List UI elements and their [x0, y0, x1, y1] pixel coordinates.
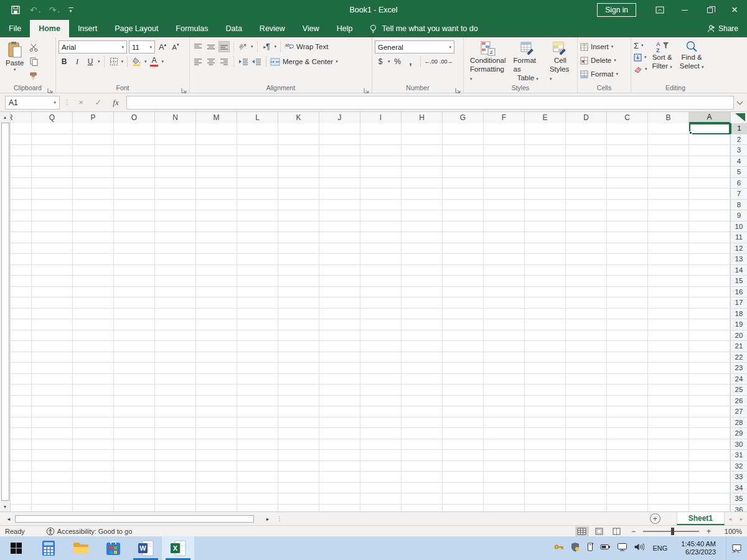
cell-P8[interactable] [73, 200, 114, 211]
cell-J31[interactable] [319, 450, 360, 461]
cell-F8[interactable] [484, 200, 525, 211]
cell-D12[interactable] [566, 243, 607, 254]
cell-C30[interactable] [607, 439, 648, 450]
cell-J35[interactable] [319, 493, 360, 505]
cell-E11[interactable] [525, 232, 566, 243]
cell-E19[interactable] [525, 319, 566, 330]
cell-K16[interactable] [278, 287, 319, 298]
cell-F24[interactable] [484, 374, 525, 385]
cell-I12[interactable] [360, 243, 402, 254]
cell-K13[interactable] [278, 254, 319, 265]
cell-D4[interactable] [566, 156, 607, 167]
cell-C1[interactable] [607, 123, 648, 134]
cell-D21[interactable] [566, 341, 607, 352]
cell-A34[interactable] [689, 483, 730, 494]
cell-D20[interactable] [566, 330, 607, 342]
cell-K18[interactable] [278, 309, 319, 320]
cell-G24[interactable] [443, 374, 484, 385]
cell-K35[interactable] [278, 493, 319, 505]
cell-J29[interactable] [319, 428, 360, 439]
cell-N3[interactable] [155, 145, 196, 156]
font-dialog-launcher[interactable] [181, 85, 187, 91]
cell-O32[interactable] [114, 461, 155, 472]
row-header-27[interactable]: 27 [730, 406, 747, 418]
cell-B35[interactable] [648, 493, 689, 505]
cell-G2[interactable] [443, 134, 484, 146]
cell-O31[interactable] [114, 450, 155, 461]
cell-L20[interactable] [237, 330, 278, 342]
tab-home[interactable]: Home [30, 20, 69, 37]
cell-C14[interactable] [607, 265, 648, 276]
cell-N20[interactable] [155, 330, 196, 342]
column-header-D[interactable]: D [566, 112, 607, 123]
cell-G12[interactable] [443, 243, 484, 254]
find-select-button[interactable]: Find & Select ▾ [677, 40, 707, 83]
taskbar-calculator-button[interactable] [32, 536, 65, 560]
taskbar-excel-button[interactable]: X [162, 536, 194, 560]
tab-file[interactable]: File [0, 20, 30, 37]
cell-R36[interactable] [11, 505, 32, 512]
cell-A23[interactable] [689, 363, 730, 374]
cell-C29[interactable] [607, 428, 648, 439]
cell-C10[interactable] [607, 222, 648, 233]
cell-J26[interactable] [319, 396, 360, 407]
cell-O22[interactable] [114, 352, 155, 363]
cell-L22[interactable] [237, 352, 278, 363]
cell-P9[interactable] [73, 210, 114, 222]
cell-I22[interactable] [360, 352, 402, 363]
cell-A16[interactable] [689, 287, 730, 298]
font-size-combo[interactable]: 11▾ [129, 40, 155, 54]
cell-A32[interactable] [689, 461, 730, 472]
cell-R3[interactable] [11, 145, 32, 156]
cell-N27[interactable] [155, 406, 196, 418]
cell-E27[interactable] [525, 406, 566, 418]
cell-D26[interactable] [566, 396, 607, 407]
row-header-3[interactable]: 3 [730, 145, 747, 156]
cell-D31[interactable] [566, 450, 607, 461]
cell-L16[interactable] [237, 287, 278, 298]
cell-E1[interactable] [525, 123, 566, 134]
cell-P7[interactable] [73, 189, 114, 200]
merge-center-button[interactable]: Merge & Center ▾ [270, 55, 338, 68]
row-header-36[interactable]: 36 [730, 505, 747, 512]
fill-color-dropdown-icon[interactable]: ▾ [144, 59, 147, 64]
tell-me-box[interactable]: Tell me what you want to do [370, 20, 477, 37]
cell-I13[interactable] [360, 254, 402, 265]
formula-input[interactable] [126, 96, 734, 110]
cell-A25[interactable] [689, 385, 730, 396]
cell-N35[interactable] [155, 493, 196, 505]
cell-F4[interactable] [484, 156, 525, 167]
cell-P20[interactable] [73, 330, 114, 342]
cell-D23[interactable] [566, 363, 607, 374]
cell-E18[interactable] [525, 309, 566, 320]
cell-N13[interactable] [155, 254, 196, 265]
cell-F2[interactable] [484, 134, 525, 146]
cell-E25[interactable] [525, 385, 566, 396]
cell-A13[interactable] [689, 254, 730, 265]
sheet-tab-sheet1[interactable]: Sheet1 [677, 512, 725, 525]
battery-icon[interactable] [600, 542, 611, 554]
cell-C34[interactable] [607, 483, 648, 494]
cell-O26[interactable] [114, 396, 155, 407]
cell-E13[interactable] [525, 254, 566, 265]
cell-M7[interactable] [196, 189, 237, 200]
row-header-19[interactable]: 19 [730, 319, 747, 330]
cell-E9[interactable] [525, 210, 566, 222]
cell-O14[interactable] [114, 265, 155, 276]
cell-A2[interactable] [689, 134, 730, 146]
cell-K34[interactable] [278, 483, 319, 494]
cell-D28[interactable] [566, 418, 607, 429]
cell-H8[interactable] [402, 200, 443, 211]
cell-J19[interactable] [319, 319, 360, 330]
cell-B24[interactable] [648, 374, 689, 385]
page-layout-view-button[interactable] [593, 526, 606, 536]
cell-N5[interactable] [155, 167, 196, 178]
usb-device-icon[interactable] [586, 542, 594, 554]
cell-B17[interactable] [648, 297, 689, 309]
cell-M35[interactable] [196, 493, 237, 505]
cell-E34[interactable] [525, 483, 566, 494]
cell-G29[interactable] [443, 428, 484, 439]
cell-K5[interactable] [278, 167, 319, 178]
cell-H26[interactable] [402, 396, 443, 407]
cell-K1[interactable] [278, 123, 319, 134]
